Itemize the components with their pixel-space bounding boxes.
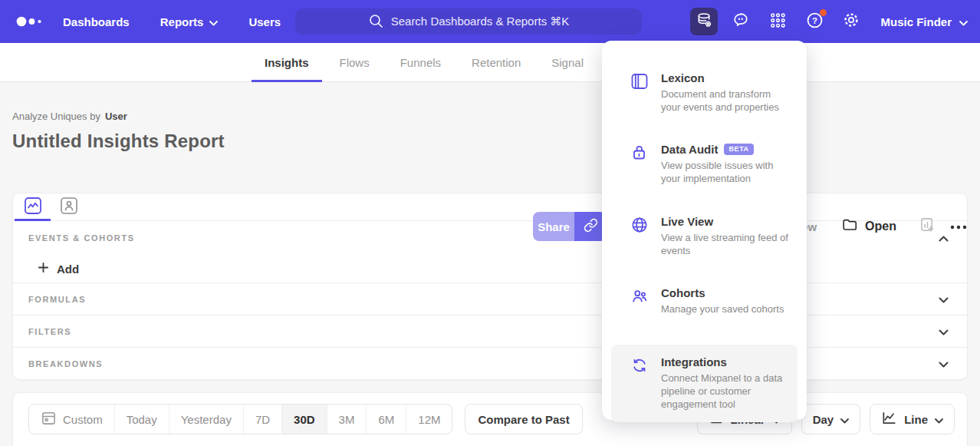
- feedback-button[interactable]: [722, 0, 759, 43]
- chart-controls-card: Custom Today Yesterday 7D 30D 3M 6M 12M …: [12, 392, 968, 446]
- notification-dot: [820, 9, 827, 16]
- settings-button[interactable]: [833, 0, 870, 43]
- menu-item-lexicon[interactable]: Lexicon Document and transform your even…: [611, 61, 797, 124]
- top-nav: Dashboards Reports Users Search Dashboar…: [0, 0, 980, 43]
- search-input[interactable]: Search Dashboards & Reports ⌘K: [295, 8, 642, 35]
- calendar-icon: [41, 410, 57, 428]
- builder-tab-users[interactable]: [51, 193, 87, 220]
- analysis-entity-selector[interactable]: User: [105, 111, 127, 122]
- page-content: Analyze Uniques byUser Untitled Insights…: [0, 82, 980, 446]
- lexicon-icon: [630, 72, 649, 91]
- database-gear-icon: [696, 12, 713, 32]
- gear-icon: [842, 11, 860, 32]
- chart-type-selector[interactable]: Line: [870, 404, 955, 434]
- data-management-menu: Lexicon Document and transform your even…: [602, 41, 807, 420]
- grid-icon: [769, 12, 787, 32]
- menu-item-data-audit[interactable]: Data Audit BETA View possible issues wit…: [611, 132, 797, 196]
- help-button[interactable]: ?: [796, 0, 833, 43]
- open-report-button[interactable]: Open: [841, 216, 896, 236]
- chevron-down-icon: [840, 413, 849, 426]
- range-custom[interactable]: Custom: [29, 405, 114, 434]
- share-group: Share: [533, 212, 607, 241]
- builder-tab-events[interactable]: [15, 193, 51, 220]
- line-chart-type-icon: [881, 410, 897, 428]
- project-selector[interactable]: Music Finder: [880, 15, 968, 28]
- section-breakdowns[interactable]: BREAKDOWNS: [13, 347, 967, 379]
- sync-arrows-icon: [630, 356, 649, 375]
- apps-grid-button[interactable]: [759, 0, 796, 43]
- report-subtitle: Analyze Uniques byUser: [12, 82, 968, 122]
- plus-icon: [38, 262, 49, 276]
- tab-funnels[interactable]: Funnels: [400, 43, 441, 81]
- data-audit-icon: [630, 144, 649, 162]
- menu-item-live-view[interactable]: Live View View a live streaming feed of …: [611, 204, 797, 268]
- chevron-down-icon: [959, 15, 968, 28]
- folder-icon: [841, 216, 858, 236]
- beta-badge: BETA: [724, 144, 753, 155]
- chevron-down-icon[interactable]: [939, 325, 949, 339]
- page-title[interactable]: Untitled Insights Report: [12, 130, 968, 152]
- range-yesterday[interactable]: Yesterday: [169, 405, 243, 434]
- search-icon: [368, 13, 383, 31]
- compare-to-past-button[interactable]: Compare to Past: [465, 404, 582, 434]
- add-event-button[interactable]: Add: [13, 255, 967, 282]
- add-to-dashboard-button[interactable]: [919, 216, 936, 236]
- nav-item-reports[interactable]: Reports: [160, 15, 219, 28]
- more-options-button[interactable]: [949, 220, 968, 233]
- date-range-group: Custom Today Yesterday 7D 30D 3M 6M 12M: [28, 404, 452, 434]
- range-6m[interactable]: 6M: [366, 405, 406, 434]
- granularity-selector[interactable]: Day: [801, 404, 861, 434]
- menu-item-cohorts[interactable]: Cohorts Manage your saved cohorts: [611, 276, 797, 326]
- tab-signal[interactable]: Signal: [551, 43, 584, 81]
- tab-insights[interactable]: Insights: [265, 43, 309, 81]
- data-management-button[interactable]: [686, 0, 722, 43]
- globe-icon: [630, 216, 649, 234]
- tab-retention[interactable]: Retention: [472, 43, 521, 81]
- tab-flows[interactable]: Flows: [340, 43, 370, 81]
- share-button[interactable]: Share: [533, 212, 574, 241]
- speech-bubble-icon: [732, 11, 750, 32]
- ellipsis-icon: [949, 220, 968, 233]
- svg-text:?: ?: [812, 15, 817, 25]
- range-3m[interactable]: 3M: [327, 405, 367, 434]
- mixpanel-logo-icon[interactable]: [15, 15, 44, 28]
- search-placeholder: Search Dashboards & Reports ⌘K: [391, 15, 570, 28]
- chevron-down-icon: [209, 15, 218, 28]
- section-formulas[interactable]: FORMULAS: [13, 282, 967, 315]
- link-icon: [584, 218, 598, 236]
- menu-item-integrations[interactable]: Integrations Connect Mixpanel to a data …: [611, 345, 797, 421]
- person-icon: [61, 197, 77, 217]
- range-30d[interactable]: 30D: [281, 405, 327, 434]
- range-7d[interactable]: 7D: [243, 405, 281, 434]
- data-management-active-bg: [690, 8, 718, 35]
- cohorts-icon: [630, 287, 649, 306]
- line-chart-icon: [25, 197, 41, 217]
- header-actions: New Open: [793, 212, 968, 241]
- chart-plus-icon: [919, 216, 936, 236]
- nav-item-dashboards[interactable]: Dashboards: [63, 15, 130, 28]
- chevron-down-icon: [935, 413, 943, 426]
- section-filters[interactable]: FILTERS: [13, 315, 967, 347]
- chevron-down-icon[interactable]: [939, 292, 949, 306]
- chevron-down-icon[interactable]: [939, 357, 949, 371]
- report-tabbar: Insights Flows Funnels Retention Signal …: [0, 43, 980, 82]
- range-today[interactable]: Today: [114, 405, 169, 434]
- nav-item-users[interactable]: Users: [248, 15, 281, 28]
- range-12m[interactable]: 12M: [406, 405, 452, 434]
